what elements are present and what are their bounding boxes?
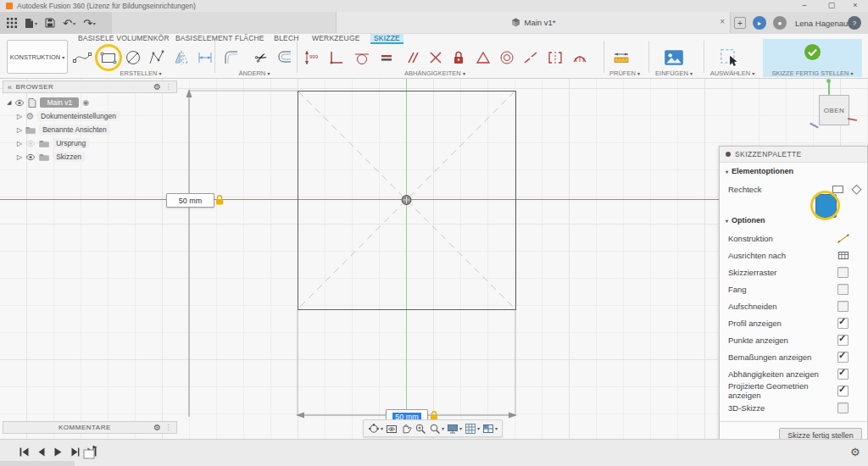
tab-basiselement-volumenkoerper[interactable]: BASISELE VOLUMENKÖR <box>78 34 163 43</box>
visibility-eye-icon[interactable] <box>14 99 25 107</box>
undo-button[interactable]: ↶ ▾ <box>63 17 75 30</box>
document-tab-close-icon[interactable]: × <box>720 17 725 26</box>
midpoint-constraint[interactable] <box>472 46 494 69</box>
browser-root-row[interactable]: ◢ Main v1 ◉ <box>3 96 177 109</box>
three-point-rectangle-icon[interactable] <box>851 184 862 195</box>
step-back-button[interactable] <box>36 447 47 458</box>
offset-tool[interactable] <box>275 46 297 69</box>
comments-panel-header[interactable]: KOMMENTARE ⚙ ⋮ <box>3 421 177 434</box>
grid-settings-tool[interactable]: ▾ <box>465 423 480 435</box>
viewcube[interactable]: OBEN <box>819 95 849 125</box>
measure-tool[interactable] <box>610 46 632 69</box>
group-label-auswaehlen[interactable]: AUSWÄHLEN ▾ <box>700 69 765 77</box>
group-label-skizze-fertig-stellen[interactable]: SKIZZE FERTIG STELLEN ▾ <box>763 69 862 77</box>
user-account-button[interactable]: Lena Hagenauer <box>795 19 855 28</box>
expander-icon[interactable]: ▷ <box>17 126 22 134</box>
browser-item-dokumenteinstellungen[interactable]: ▷ ⚙ Dokumenteinstellungen <box>3 109 177 123</box>
tab-skizze[interactable]: SKIZZE <box>370 34 403 44</box>
play-button[interactable] <box>53 447 64 458</box>
maximize-button[interactable]: ▢ <box>822 1 841 9</box>
insert-image-tool[interactable] <box>663 46 685 69</box>
viewports-tool[interactable]: ▾ <box>482 423 498 435</box>
fix-constraint[interactable] <box>448 46 470 69</box>
perpendicular-constraint[interactable] <box>425 46 447 69</box>
expander-icon[interactable]: ▷ <box>17 153 22 161</box>
new-tab-button[interactable]: + <box>734 17 746 29</box>
curvature-constraint[interactable] <box>569 46 591 69</box>
section-elementoptionen[interactable]: ▾ Elementoptionen <box>726 167 793 175</box>
circle-tool[interactable] <box>122 46 144 69</box>
symmetry-constraint[interactable] <box>544 46 566 69</box>
aufschneiden-checkbox[interactable] <box>837 301 849 312</box>
browser-item-skizzen[interactable]: ▷ Skizzen <box>3 150 177 164</box>
group-label-abhaengigkeiten[interactable]: ABHÄNGIGKEITEN ▾ <box>392 69 477 77</box>
equal-constraint[interactable] <box>376 46 398 69</box>
orbit-tool[interactable]: ▾ <box>368 423 383 435</box>
fillet-tool[interactable] <box>220 46 242 69</box>
browser-item-benannte-ansichten[interactable]: ▷ Benannte Ansichten <box>3 123 177 136</box>
section-optionen[interactable]: ▾ Optionen <box>726 216 765 225</box>
sketch-palette-header[interactable]: SKIZZENPALETTE <box>720 147 867 163</box>
display-settings-tool[interactable]: ▾ <box>447 423 462 435</box>
group-label-erstellen[interactable]: ERSTELLEN ▾ <box>107 69 175 77</box>
browser-item-ursprung[interactable]: ▷ Ursprung <box>3 136 177 150</box>
expander-icon[interactable]: ◢ <box>7 99 11 106</box>
fit-tool[interactable]: ▾ <box>429 423 444 435</box>
go-to-start-button[interactable] <box>19 447 30 458</box>
trim-tool[interactable]: ✂ <box>250 46 272 69</box>
construction-line-icon[interactable] <box>837 233 850 244</box>
tab-werkzeuge[interactable]: WERKZEUGE <box>312 34 358 43</box>
abhaengigkeiten-anzeigen-checkbox[interactable] <box>837 369 849 380</box>
job-status-icon[interactable]: ▸ <box>753 16 766 30</box>
timeline-marker-icon[interactable] <box>82 444 99 461</box>
dimension-tool[interactable] <box>194 46 216 69</box>
sketch-dimension-tool[interactable]: 999 <box>301 46 323 69</box>
redo-button[interactable]: ↷ ▾ <box>83 17 96 30</box>
save-button[interactable] <box>45 18 55 28</box>
browser-overflow-icon[interactable]: ⋮ <box>165 83 173 91</box>
visibility-eye-icon-hidden[interactable] <box>25 140 36 147</box>
parallel-constraint[interactable] <box>401 46 423 69</box>
tab-basiselement-flaeche[interactable]: BASISELEMENT FLÄCHE <box>175 34 256 43</box>
activate-radio-icon[interactable]: ◉ <box>82 98 89 107</box>
notifications-icon[interactable]: ● <box>773 16 787 30</box>
horizontal-vertical-constraint[interactable] <box>326 46 348 69</box>
preferences-gear-icon[interactable]: ⚙ <box>850 446 860 458</box>
select-tool[interactable] <box>718 46 740 69</box>
step-forward-button[interactable] <box>70 447 81 458</box>
collapse-panel-icon[interactable]: « <box>8 83 13 92</box>
skizzierraster-checkbox[interactable] <box>837 267 849 278</box>
fang-checkbox[interactable] <box>837 284 849 295</box>
look-at-tool[interactable] <box>386 423 398 435</box>
projizierte-geometrien-checkbox[interactable] <box>837 386 849 397</box>
document-tab[interactable]: Main v1* × <box>336 12 731 33</box>
expander-icon[interactable]: ▷ <box>17 113 22 120</box>
mirror-tool[interactable] <box>170 46 192 69</box>
browser-settings-gear-icon[interactable]: ⚙ <box>153 82 161 92</box>
tangent-constraint[interactable] <box>351 46 373 69</box>
close-button[interactable]: × <box>846 1 865 9</box>
visibility-eye-icon[interactable] <box>25 153 36 161</box>
pan-tool[interactable] <box>400 423 412 435</box>
point-tool[interactable] <box>145 46 167 69</box>
align-to-icon[interactable] <box>837 250 849 260</box>
collinear-constraint[interactable] <box>520 46 542 69</box>
concentric-constraint[interactable] <box>496 46 518 69</box>
help-button[interactable]: ? <box>848 16 861 30</box>
group-label-einfuegen[interactable]: EINFÜGEN ▾ <box>644 69 704 77</box>
bemassungen-anzeigen-checkbox[interactable] <box>837 352 849 363</box>
expander-icon[interactable]: ▷ <box>17 140 22 147</box>
minimize-button[interactable]: – <box>795 1 814 9</box>
3d-skizze-checkbox[interactable] <box>837 402 849 413</box>
height-dimension-input[interactable]: 50 mm <box>166 193 214 208</box>
punkte-anzeigen-checkbox[interactable] <box>837 335 849 346</box>
app-grid-icon[interactable] <box>7 18 17 28</box>
construction-dropdown-button[interactable]: KONSTRUKTION ▾ <box>7 40 68 74</box>
profil-anzeigen-checkbox[interactable] <box>837 318 849 329</box>
browser-panel-header[interactable]: « BROWSER ⚙ ⋮ <box>3 80 177 93</box>
comments-settings-gear-icon[interactable]: ⚙ <box>153 423 161 432</box>
line-spline-tool[interactable] <box>71 46 93 69</box>
group-label-aendern[interactable]: ÄNDERN ▾ <box>220 69 288 77</box>
comments-overflow-icon[interactable]: ⋮ <box>165 424 173 431</box>
file-menu-button[interactable]: ▾ <box>25 18 37 29</box>
